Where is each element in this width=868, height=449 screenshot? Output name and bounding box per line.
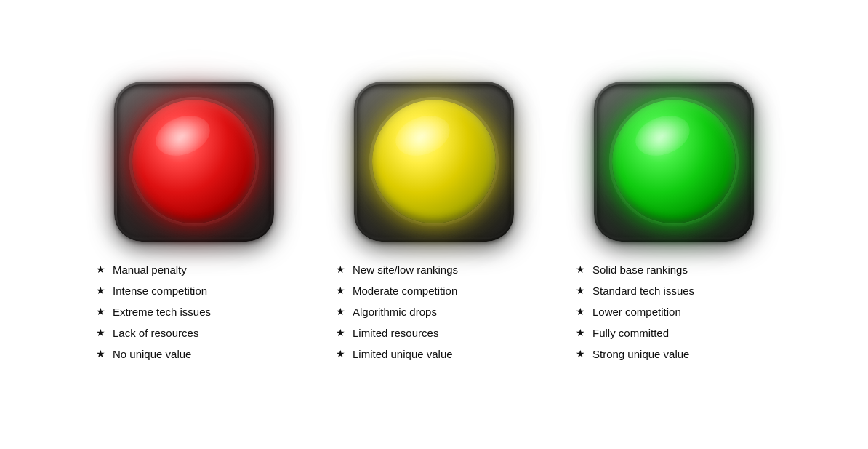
star-icon: ★ [336,326,345,341]
star-icon: ★ [96,305,105,319]
list-item-text: New site/low rankings [353,262,458,277]
list-item: ★ Extreme tech issues [96,304,292,319]
list-item: ★ Algorithmic drops [336,304,532,319]
list-item-text: Moderate competition [353,283,457,298]
list-item: ★ Lack of resources [96,325,292,341]
main-container: ★ Manual penalty ★ Intense competition ★… [60,67,808,382]
list-item-text: Lack of resources [113,325,198,341]
list-item-text: Extreme tech issues [113,304,211,319]
list-item: ★ Lower competition [576,304,772,319]
list-item: ★ Limited unique value [336,346,532,362]
list-item: ★ Strong unique value [576,346,772,362]
star-icon: ★ [336,347,345,362]
green-bulb-ring [609,97,739,226]
list-item-text: Limited resources [353,325,438,341]
yellow-list: ★ New site/low rankings ★ Moderate compe… [329,262,539,367]
green-bulb [612,100,736,223]
list-item-text: Manual penalty [113,262,187,277]
red-list: ★ Manual penalty ★ Intense competition ★… [89,262,300,367]
list-item: ★ Intense competition [96,283,292,298]
column-red: ★ Manual penalty ★ Intense competition ★… [89,82,300,367]
list-item: ★ Moderate competition [336,283,532,298]
list-item-text: No unique value [113,346,191,362]
list-item-text: Algorithmic drops [353,304,437,319]
list-item: ★ Manual penalty [96,262,292,277]
star-icon: ★ [336,284,345,298]
column-green: ★ Solid base rankings ★ Standard tech is… [568,82,779,367]
star-icon: ★ [336,305,345,319]
red-bulb-ring [129,97,259,226]
green-list: ★ Solid base rankings ★ Standard tech is… [568,262,779,367]
star-icon: ★ [576,284,585,298]
list-item-text: Strong unique value [592,346,689,362]
yellow-bulb [372,100,496,223]
green-light-button[interactable] [594,82,754,242]
list-item: ★ No unique value [96,346,292,362]
star-icon: ★ [96,347,105,362]
star-icon: ★ [336,263,345,277]
star-icon: ★ [96,326,105,341]
column-yellow: ★ New site/low rankings ★ Moderate compe… [329,82,539,367]
red-light-button[interactable] [114,82,274,242]
list-item: ★ Solid base rankings [576,262,772,277]
list-item: ★ Limited resources [336,325,532,341]
list-item: ★ New site/low rankings [336,262,532,277]
yellow-light-button[interactable] [354,82,514,242]
star-icon: ★ [96,284,105,298]
list-item-text: Intense competition [113,283,207,298]
red-bulb [132,100,256,223]
star-icon: ★ [576,305,585,319]
list-item: ★ Fully committed [576,325,772,341]
list-item-text: Lower competition [592,304,681,319]
list-item-text: Solid base rankings [592,262,688,277]
list-item-text: Limited unique value [353,346,453,362]
list-item-text: Standard tech issues [592,283,694,298]
star-icon: ★ [576,347,585,362]
yellow-bulb-ring [369,97,499,226]
star-icon: ★ [96,263,105,277]
star-icon: ★ [576,326,585,341]
list-item: ★ Standard tech issues [576,283,772,298]
list-item-text: Fully committed [592,325,669,341]
star-icon: ★ [576,263,585,277]
